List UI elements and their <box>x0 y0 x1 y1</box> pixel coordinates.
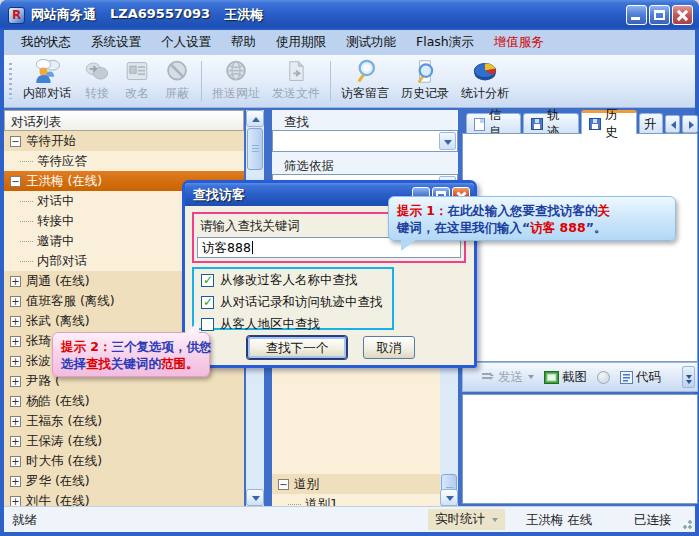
search-label: 查找 <box>284 114 309 131</box>
main-toolbar: 内部对话 转接 改名 屏蔽 <box>4 55 695 108</box>
toolbar-block-button[interactable]: 屏蔽 <box>157 57 197 105</box>
app-window: R 网站商务通 LZA69557093 王洪梅 我的状态 系统设置 个人设置 帮… <box>0 0 699 536</box>
chevron-down-icon[interactable] <box>439 132 456 150</box>
resize-grip[interactable] <box>680 517 692 529</box>
expand-icon[interactable] <box>10 396 21 407</box>
tab-history[interactable]: 历史 <box>581 110 637 134</box>
checkbox-search-region[interactable]: 从客人地区中查找 <box>201 316 320 333</box>
tree-group[interactable]: 时大伟 (在线) <box>4 451 244 471</box>
minimize-button[interactable] <box>626 5 647 25</box>
tree-group[interactable]: 杨皓 (在线) <box>4 391 244 411</box>
menu-usage-period[interactable]: 使用期限 <box>267 31 335 54</box>
license-id: LZA69557093 <box>110 6 210 24</box>
cancel-button[interactable]: 取消 <box>363 336 415 359</box>
expand-icon[interactable] <box>10 456 21 467</box>
screenshot-button[interactable]: 截图 <box>539 369 592 386</box>
toolbar-separator <box>201 61 202 101</box>
tree-item[interactable]: 等待应答 <box>4 151 244 171</box>
toolbar-push-url-button[interactable]: 推送网址 <box>206 57 266 105</box>
expand-icon[interactable] <box>10 496 21 507</box>
tree-group[interactable]: 王福东 (在线) <box>4 411 244 431</box>
toolbar-grip[interactable] <box>9 63 14 99</box>
scrollbar-thumb[interactable] <box>247 128 263 170</box>
toolbar-send-file-button[interactable]: 发送文件 <box>266 57 326 105</box>
disk-icon <box>531 118 543 130</box>
tab-scroll-left-icon[interactable] <box>665 115 681 133</box>
menu-test-features[interactable]: 测试功能 <box>337 31 405 54</box>
checkbox-search-renamed[interactable]: 从修改过客人名称中查找 <box>201 272 358 289</box>
scroll-down-button[interactable] <box>440 489 458 506</box>
menu-my-status[interactable]: 我的状态 <box>12 31 80 54</box>
checkbox-search-records[interactable]: 从对话记录和访问轨迹中查找 <box>201 294 383 311</box>
tooltip-1-line: 键词，在这里我们输入“访客 888”。 <box>397 219 667 236</box>
expand-icon[interactable] <box>10 416 21 427</box>
history-record-icon <box>411 59 439 84</box>
tree-group[interactable]: 刘牛 (在线) <box>4 491 244 506</box>
send-toolbar: 发送 截图 代码 <box>462 362 698 392</box>
send-file-icon <box>282 59 310 84</box>
checkbox-checked-icon[interactable] <box>201 274 214 287</box>
message-input-area[interactable] <box>462 394 698 504</box>
send-button[interactable]: 发送 <box>476 369 539 386</box>
tab-upgrade[interactable]: 升 <box>639 113 663 134</box>
toolbar-visitor-message-button[interactable]: 访客留言 <box>335 57 395 105</box>
send-icon <box>481 371 495 383</box>
collapse-icon[interactable] <box>10 136 21 147</box>
menu-help[interactable]: 帮助 <box>222 31 265 54</box>
toolbar-overflow-icon[interactable] <box>682 366 695 388</box>
title-bar: R 网站商务通 LZA69557093 王洪梅 <box>0 0 699 30</box>
conversation-list-header: 对话列表 <box>4 110 244 131</box>
text-caret <box>252 241 253 254</box>
expand-icon[interactable] <box>10 296 21 307</box>
checkbox-checked-icon[interactable] <box>201 296 214 309</box>
status-user-online: 王洪梅 在线 <box>504 512 614 529</box>
expand-icon[interactable] <box>10 476 21 487</box>
code-button[interactable]: 代码 <box>615 369 666 386</box>
internal-chat-icon <box>32 59 62 84</box>
tree-group[interactable]: 道别 <box>272 474 440 494</box>
menu-system-settings[interactable]: 系统设置 <box>82 31 150 54</box>
expand-icon[interactable] <box>10 376 21 387</box>
tooltip-tail <box>401 239 417 251</box>
toolbar-internal-chat-button[interactable]: 内部对话 <box>17 57 77 105</box>
expand-icon[interactable] <box>10 336 21 347</box>
toolbar-transfer-button[interactable]: 转接 <box>77 57 117 105</box>
tooltip-tail <box>184 321 199 334</box>
tree-group[interactable]: 王保涛 (在线) <box>4 431 244 451</box>
collapse-icon[interactable] <box>278 479 289 490</box>
scroll-down-button[interactable] <box>246 489 264 506</box>
page-icon <box>474 118 485 131</box>
toolbar-stats-button[interactable]: 统计分析 <box>455 57 515 105</box>
maximize-icon <box>654 10 665 20</box>
close-button[interactable] <box>672 5 693 25</box>
tree-item[interactable]: 道别1 <box>272 494 440 506</box>
detail-tabs: 信息 轨迹 历史 升 <box>462 110 698 134</box>
tree-group[interactable]: 罗华 (在线) <box>4 471 244 491</box>
tree-connector <box>20 161 33 162</box>
chevron-down-icon <box>528 375 534 379</box>
realtime-stats-dropdown[interactable]: 实时统计 <box>428 509 505 530</box>
checkbox-unchecked-icon[interactable] <box>201 318 214 331</box>
maximize-button[interactable] <box>649 5 670 25</box>
emoticon-button[interactable] <box>592 371 615 384</box>
expand-icon[interactable] <box>10 276 21 287</box>
tree-group[interactable]: 等待开始 <box>4 131 244 151</box>
tab-scroll-right-icon[interactable] <box>682 115 698 133</box>
collapse-icon[interactable] <box>10 176 21 187</box>
menu-value-added-services[interactable]: 增值服务 <box>485 31 553 54</box>
tab-track[interactable]: 轨迹 <box>523 113 579 134</box>
search-combobox[interactable] <box>272 130 458 152</box>
expand-icon[interactable] <box>10 436 21 447</box>
toolbar-rename-button[interactable]: 改名 <box>117 57 157 105</box>
scroll-up-button[interactable] <box>246 110 264 127</box>
menu-bar: 我的状态 系统设置 个人设置 帮助 使用期限 测试功能 Flash演示 增值服务 <box>4 30 695 55</box>
menu-personal-settings[interactable]: 个人设置 <box>152 31 220 54</box>
menu-flash-demo[interactable]: Flash演示 <box>407 31 483 54</box>
find-next-button[interactable]: 查找下一个 <box>247 336 347 359</box>
history-content-area[interactable] <box>462 133 698 362</box>
tooltip-2-line: 提示 2：三个复选项，供您 <box>61 338 201 355</box>
toolbar-history-record-button[interactable]: 历史记录 <box>395 57 455 105</box>
tab-info[interactable]: 信息 <box>466 113 521 134</box>
expand-icon[interactable] <box>10 316 21 327</box>
expand-icon[interactable] <box>10 356 21 367</box>
